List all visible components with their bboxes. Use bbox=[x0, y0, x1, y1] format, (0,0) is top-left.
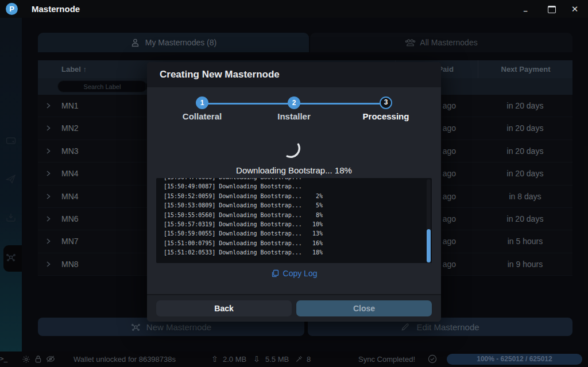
download-status-text: Downloading Bootstrap... 18% bbox=[147, 165, 441, 175]
step-1-circle: 1 bbox=[196, 96, 208, 109]
window-title: Masternode bbox=[32, 0, 80, 18]
loading-spinner-icon bbox=[284, 141, 304, 162]
step-3-circle: 3 bbox=[380, 96, 392, 109]
log-scrollbar-thumb[interactable] bbox=[427, 229, 431, 262]
app-window: P Masternode – ✕ My Masternodes (8) bbox=[0, 0, 588, 367]
step-3-label: Processing bbox=[346, 111, 426, 121]
dialog-footer: Back Close bbox=[147, 294, 441, 322]
log-line: [15:50:57:0319] Downloading Bootstrap...… bbox=[164, 220, 432, 229]
creating-masternode-dialog: Creating New Masternode 1 2 3 Collateral… bbox=[147, 62, 441, 322]
log-line: [15:50:49:0087] Downloading Bootstrap... bbox=[164, 182, 432, 191]
step-1-label: Collateral bbox=[162, 111, 242, 121]
log-line: [15:50:47:0000] Downloading Bootstrap... bbox=[164, 178, 432, 182]
log-line: [15:50:55:0560] Downloading Bootstrap...… bbox=[164, 211, 432, 220]
log-lines: [15:50:47:0000] Downloading Bootstrap...… bbox=[156, 178, 432, 258]
installer-log[interactable]: [15:50:47:0000] Downloading Bootstrap...… bbox=[156, 178, 432, 263]
log-line: [15:50:53:0809] Downloading Bootstrap...… bbox=[164, 201, 432, 210]
title-bar: P Masternode – ✕ bbox=[0, 0, 588, 18]
dialog-header: Creating New Masternode bbox=[147, 62, 441, 87]
app-logo-icon: P bbox=[6, 3, 18, 15]
close-window-button[interactable]: ✕ bbox=[566, 0, 583, 18]
log-line: [15:50:52:0059] Downloading Bootstrap...… bbox=[164, 192, 432, 201]
log-line: [15:51:02:0533] Downloading Bootstrap...… bbox=[164, 248, 432, 257]
step-2-circle: 2 bbox=[288, 96, 300, 109]
maximize-button[interactable] bbox=[543, 0, 560, 18]
maximize-icon bbox=[548, 6, 556, 13]
copy-log-button[interactable]: Copy Log bbox=[147, 269, 441, 278]
back-button[interactable]: Back bbox=[156, 300, 292, 316]
copy-icon bbox=[271, 269, 279, 277]
close-button[interactable]: Close bbox=[296, 300, 432, 316]
log-line: [15:50:59:0055] Downloading Bootstrap...… bbox=[164, 229, 432, 238]
log-line: [15:51:00:0795] Downloading Bootstrap...… bbox=[164, 239, 432, 248]
minimize-button[interactable]: – bbox=[517, 0, 534, 18]
copy-log-label: Copy Log bbox=[283, 269, 318, 278]
step-2-label: Installer bbox=[254, 111, 334, 121]
dialog-title: Creating New Masternode bbox=[160, 62, 280, 87]
